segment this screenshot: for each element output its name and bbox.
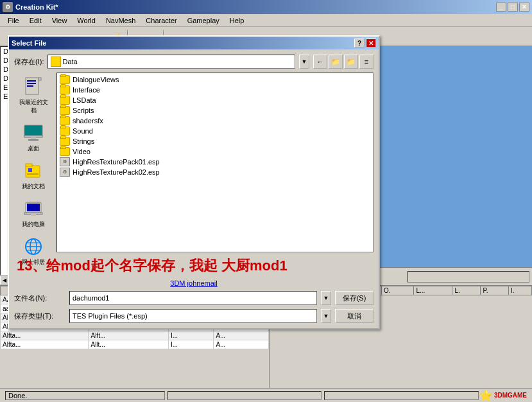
esp-icon: ⚙ (60, 157, 70, 166)
dialog-toolbar: ← 📁 📁 ≡ (313, 55, 373, 69)
folder-label: Strings (73, 137, 94, 145)
save-button[interactable]: 保存(S) (335, 291, 373, 305)
filename-row: 文件名(N): ▼ 保存(S) (14, 291, 373, 305)
dialog-overlay: Select File ? ✕ 保存在(I): Data ▼ ← 📁 📁 (0, 0, 532, 402)
svg-rect-16 (31, 214, 36, 216)
folder-label: Interface (73, 86, 100, 94)
list-folder-item[interactable]: Interface (58, 85, 372, 95)
esp-icon: ⚙ (60, 168, 70, 177)
folder-icon (60, 106, 70, 115)
svg-rect-9 (26, 166, 40, 177)
shortcuts-panel: 我最近的文档 桌面 (14, 73, 53, 252)
folder-label: Sound (73, 127, 93, 135)
desktop-label: 桌面 (28, 144, 39, 153)
filename-input[interactable] (69, 291, 317, 305)
list-folder-item[interactable]: shadersfx (58, 116, 372, 126)
folder-icon (60, 147, 70, 156)
save-location-label: 保存在(I): (14, 57, 44, 67)
svg-rect-2 (27, 83, 36, 84)
dialog-credit-text: 3DM johnemail (14, 279, 373, 287)
shortcut-recent[interactable]: 我最近的文档 (16, 75, 51, 116)
save-location-dropdown-btn[interactable]: ▼ (299, 55, 309, 69)
svg-rect-10 (26, 164, 32, 166)
dialog-view-btn1[interactable]: 📁 (344, 55, 358, 69)
dialog-help-button[interactable]: ? (354, 39, 365, 48)
dialog-back-btn[interactable]: ← (313, 55, 327, 69)
folder-label: DialogueViews (73, 76, 119, 83)
dialog-newfolder-btn[interactable]: 📁 (329, 55, 343, 69)
filename-dropdown-btn[interactable]: ▼ (321, 291, 331, 305)
folder-label: Scripts (73, 107, 94, 114)
folder-icon (60, 116, 70, 125)
folder-label: Video (73, 148, 90, 155)
svg-rect-1 (27, 80, 36, 82)
dialog-title: Select File (12, 39, 46, 47)
save-location-value: Data (62, 58, 77, 66)
list-folder-item[interactable]: Video (58, 146, 372, 157)
folder-icon (60, 127, 70, 135)
list-esp-item[interactable]: ⚙HighResTexturePack01.esp (58, 157, 372, 167)
save-location-row: 保存在(I): Data ▼ ← 📁 📁 ≡ (14, 55, 373, 69)
esp-label: HighResTexturePack01.esp (73, 158, 160, 166)
filetype-row: 保存类型(T): TES Plugin Files (*.esp) ▼ 取消 (14, 309, 373, 323)
esp-label: HighResTexturePack02.esp (73, 168, 160, 176)
folder-icon (60, 85, 70, 94)
desktop-icon (23, 123, 44, 143)
network-icon (23, 236, 44, 257)
folder-label: shadersfx (73, 117, 103, 125)
my-computer-label: 我的电脑 (22, 220, 45, 229)
svg-rect-8 (28, 139, 39, 141)
select-file-dialog: Select File ? ✕ 保存在(I): Data ▼ ← 📁 📁 (8, 35, 380, 329)
filetype-value[interactable]: TES Plugin Files (*.esp) (69, 309, 317, 323)
list-folder-item[interactable]: Strings (58, 136, 372, 146)
svg-rect-6 (24, 135, 42, 137)
list-folder-item[interactable]: DialogueViews (58, 74, 372, 85)
shortcut-desktop[interactable]: 桌面 (16, 121, 51, 154)
filename-label: 文件名(N): (14, 293, 65, 303)
my-computer-icon (23, 198, 44, 219)
svg-rect-4 (39, 78, 41, 80)
folder-icon-combo (51, 57, 61, 67)
recent-docs-label: 我最近的文档 (17, 98, 50, 115)
my-docs-label: 我的文档 (22, 182, 45, 191)
dialog-title-bar: Select File ? ✕ (9, 37, 379, 49)
recent-docs-icon (23, 76, 44, 97)
folder-icon (60, 75, 70, 84)
folder-icon (60, 137, 70, 146)
folder-label: LSData (73, 96, 96, 104)
svg-rect-14 (27, 204, 40, 211)
svg-rect-7 (31, 137, 36, 139)
list-esp-item[interactable]: ⚙HighResTexturePack02.esp (58, 167, 372, 177)
file-list-area: 我最近的文档 桌面 (14, 73, 373, 252)
dialog-instruction-text: 13、给mod起个名字保存，我起 大厨mod1 (14, 256, 373, 275)
list-folder-item[interactable]: Scripts (58, 105, 372, 116)
list-folder-item[interactable]: LSData (58, 95, 372, 105)
folder-icon (60, 96, 70, 105)
save-location-combo[interactable]: Data (47, 55, 295, 69)
svg-rect-11 (28, 168, 32, 172)
filetype-label: 保存类型(T): (14, 311, 65, 321)
shortcut-mydocs[interactable]: 我的文档 (16, 159, 51, 192)
svg-rect-12 (27, 173, 39, 175)
list-folder-item[interactable]: Sound (58, 126, 372, 136)
dialog-view-btn2[interactable]: ≡ (359, 55, 373, 69)
my-docs-icon (23, 161, 44, 181)
svg-rect-3 (27, 85, 33, 87)
dialog-title-buttons: ? ✕ (354, 39, 376, 48)
shortcut-mycomputer[interactable]: 我的电脑 (16, 197, 51, 230)
cancel-button[interactable]: 取消 (335, 309, 373, 323)
dialog-body: 保存在(I): Data ▼ ← 📁 📁 ≡ (9, 49, 379, 328)
filetype-dropdown-btn[interactable]: ▼ (321, 309, 331, 323)
file-list[interactable]: DialogueViewsInterfaceLSDataScriptsshade… (56, 73, 373, 252)
svg-rect-5 (24, 125, 42, 137)
dialog-close-button[interactable]: ✕ (366, 39, 376, 48)
